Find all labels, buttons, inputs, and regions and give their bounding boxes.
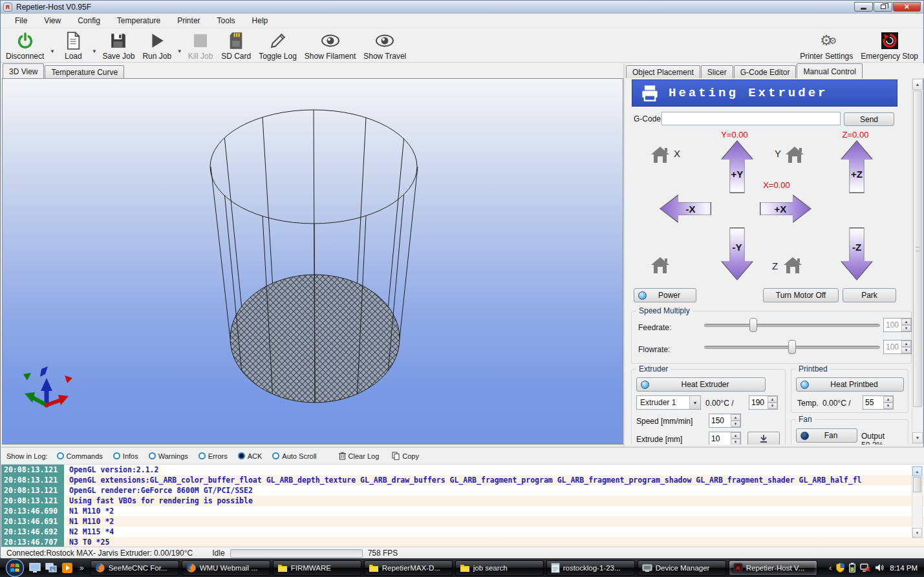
clear-log-button[interactable]: Clear Log bbox=[334, 450, 385, 461]
home-y-icon[interactable] bbox=[785, 146, 804, 163]
feedrate-spinner[interactable]: ▲▼ bbox=[883, 318, 912, 332]
start-button[interactable] bbox=[4, 560, 26, 576]
feedrate-slider-thumb[interactable] bbox=[749, 318, 757, 332]
log-row: 20:13:46.707N3 T0 *25 bbox=[1, 537, 924, 547]
infos-led-icon bbox=[113, 452, 120, 459]
home-x-icon[interactable] bbox=[650, 146, 670, 163]
log-output[interactable]: 20:08:13.121OpenGL version:2.1.2 20:08:1… bbox=[1, 465, 924, 547]
menu-tools[interactable]: Tools bbox=[210, 14, 243, 27]
scroll-up-icon[interactable]: ▲ bbox=[912, 79, 923, 90]
taskbar-button-device-manager[interactable]: Device Manager bbox=[638, 560, 726, 576]
toggle-ack[interactable]: ACK bbox=[235, 451, 268, 461]
menu-temperature[interactable]: Temperature bbox=[109, 14, 168, 27]
power-button[interactable]: Power bbox=[634, 288, 696, 302]
network-icon[interactable] bbox=[860, 563, 870, 572]
toggle-commands[interactable]: Commands bbox=[54, 451, 108, 461]
scroll-down-icon[interactable]: ▼ bbox=[912, 432, 923, 443]
home-z-icon[interactable] bbox=[783, 257, 802, 274]
heat-printbed-button[interactable]: Heat Printbed bbox=[796, 377, 904, 392]
show-travel-button[interactable]: Show Travel bbox=[360, 28, 410, 62]
log-scrollbar[interactable]: ▲ ▼ bbox=[912, 466, 923, 538]
tab-gcode-editor[interactable]: G-Code Editor bbox=[734, 65, 797, 78]
printbed-target-spinner[interactable]: ▲▼ bbox=[863, 395, 894, 410]
feedrate-slider[interactable] bbox=[704, 318, 880, 332]
tray-expand-icon[interactable]: ‹ bbox=[829, 563, 832, 572]
disconnect-dropdown[interactable]: ▼ bbox=[48, 28, 56, 62]
flowrate-slider-thumb[interactable] bbox=[788, 340, 796, 354]
toggle-warnings[interactable]: Warnings bbox=[146, 451, 193, 461]
turn-motor-off-button[interactable]: Turn Motor Off bbox=[763, 288, 839, 302]
disconnect-button[interactable]: Disconnect bbox=[2, 28, 48, 62]
load-button[interactable]: Load bbox=[56, 28, 90, 62]
sd-card-button[interactable]: SD Card bbox=[217, 28, 255, 62]
show-desktop-icon[interactable] bbox=[28, 561, 41, 574]
jog-minus-x-button[interactable]: -X bbox=[660, 194, 711, 223]
restore-button[interactable] bbox=[874, 2, 892, 12]
menu-config[interactable]: Config bbox=[70, 14, 108, 27]
home-all-icon[interactable] bbox=[650, 257, 670, 274]
jog-plus-z-button[interactable]: +Z bbox=[841, 140, 873, 193]
toggle-infos[interactable]: Infos bbox=[111, 451, 144, 461]
job-progress-bar bbox=[230, 549, 363, 558]
gcode-input[interactable] bbox=[661, 112, 841, 125]
park-button[interactable]: Park bbox=[843, 288, 896, 302]
flowrate-slider[interactable] bbox=[704, 340, 880, 354]
taskbar-button-rostocklog[interactable]: rostocklog-1-23... bbox=[546, 560, 635, 576]
tab-manual-control[interactable]: Manual Control bbox=[797, 63, 862, 78]
menu-help[interactable]: Help bbox=[244, 14, 276, 27]
3d-viewport[interactable] bbox=[2, 78, 623, 445]
taskbar-button-repetier-host[interactable]: R Repetier-Host V... bbox=[729, 560, 817, 576]
load-dropdown[interactable]: ▼ bbox=[90, 28, 98, 62]
taskbar-button-firmware[interactable]: FIRMWARE bbox=[273, 560, 361, 576]
taskbar-button-wmu-webmail[interactable]: WMU Webmail ... bbox=[182, 560, 270, 576]
scrollbar-thumb[interactable] bbox=[913, 90, 922, 407]
taskbar-button-repetiermax[interactable]: RepetierMAX-D... bbox=[364, 560, 453, 576]
toggle-errors[interactable]: Errors bbox=[196, 451, 233, 461]
toggle-log-button[interactable]: Toggle Log bbox=[255, 28, 301, 62]
tab-3d-view[interactable]: 3D View bbox=[3, 63, 44, 78]
menu-view[interactable]: View bbox=[36, 14, 69, 27]
printer-settings-button[interactable]: ⚙⚙ Printer Settings bbox=[796, 28, 857, 62]
log-scrollbar-thumb[interactable] bbox=[913, 477, 921, 492]
jog-plus-x-button[interactable]: +X bbox=[760, 194, 811, 223]
save-job-button[interactable]: Save Job bbox=[98, 28, 138, 62]
left-tab-strip: 3D View Temperature Curve bbox=[1, 63, 623, 78]
close-button[interactable]: ✕ bbox=[893, 2, 921, 12]
send-button[interactable]: Send bbox=[844, 112, 894, 126]
tab-slicer[interactable]: Slicer bbox=[701, 65, 733, 78]
menu-file[interactable]: File bbox=[7, 14, 35, 27]
extruder-target-spinner[interactable]: ▲▼ bbox=[749, 395, 778, 410]
taskbar-button-job-search[interactable]: job search bbox=[455, 560, 544, 576]
extruder-speed-spinner[interactable]: ▲▼ bbox=[709, 414, 741, 428]
run-job-dropdown[interactable]: ▼ bbox=[175, 28, 184, 62]
menu-printer[interactable]: Printer bbox=[169, 14, 208, 27]
log-scroll-up-icon[interactable]: ▲ bbox=[912, 467, 922, 476]
flowrate-spinner[interactable]: ▲▼ bbox=[883, 340, 912, 354]
copy-log-button[interactable]: Copy bbox=[387, 450, 424, 461]
jog-minus-z-button[interactable]: -Z bbox=[841, 227, 873, 280]
taskbar-button-seemecnc[interactable]: SeeMeCNC For... bbox=[91, 560, 179, 576]
extruder-select[interactable]: Extruder 1▼ bbox=[636, 395, 701, 410]
battery-icon[interactable] bbox=[849, 563, 855, 572]
tab-object-placement[interactable]: Object Placement bbox=[626, 65, 700, 78]
jog-minus-y-button[interactable]: -Y bbox=[721, 227, 753, 280]
manual-panel-scrollbar[interactable]: ▲ ▼ bbox=[912, 78, 923, 444]
media-player-icon[interactable] bbox=[61, 561, 74, 574]
extrude-button[interactable] bbox=[747, 432, 780, 445]
heat-extruder-button[interactable]: Heat Extruder bbox=[636, 377, 766, 392]
home-y-label: Y bbox=[775, 148, 781, 159]
show-filament-button[interactable]: Show Filament bbox=[301, 28, 360, 62]
emergency-stop-button[interactable]: Emergency Stop bbox=[857, 28, 922, 62]
uac-shield-icon[interactable] bbox=[836, 563, 844, 572]
switch-windows-icon[interactable] bbox=[45, 561, 58, 574]
tab-temperature-curve[interactable]: Temperature Curve bbox=[45, 65, 124, 78]
extrude-length-spinner[interactable]: ▲▼ bbox=[709, 432, 741, 445]
fan-button[interactable]: Fan bbox=[796, 428, 857, 443]
speaker-icon[interactable] bbox=[875, 563, 884, 572]
feedrate-label: Feedrate: bbox=[638, 323, 671, 332]
log-scroll-down-icon[interactable]: ▼ bbox=[912, 528, 922, 538]
run-job-button[interactable]: Run Job bbox=[138, 28, 175, 62]
minimize-button[interactable] bbox=[854, 2, 873, 12]
toggle-auto-scroll[interactable]: Auto Scroll bbox=[270, 451, 321, 461]
quick-launch-overflow-icon[interactable]: » bbox=[77, 563, 87, 572]
